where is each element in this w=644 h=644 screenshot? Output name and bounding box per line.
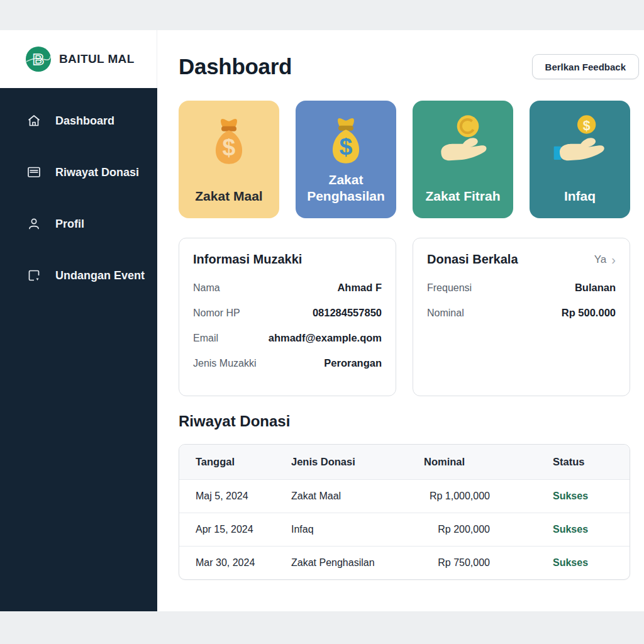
sidebar-nav: Dashboard Riwayat Donasi Profil [0,88,157,611]
donasi-berkala-card: Donasi Berkala Ya › Frequensi Bulanan No… [413,238,630,396]
history-title: Riwayat Donasi [179,413,630,430]
brand-header: B BAITUL MAL [0,30,157,88]
field-value: Ahmad F [337,282,382,294]
sidebar-item-undangan-event[interactable]: Undangan Event [0,262,157,289]
sidebar-item-label: Dashboard [55,114,114,128]
berkala-row-frequensi: Frequensi Bulanan [427,282,616,294]
page-title: Dashboard [179,54,292,79]
berkala-card-title: Donasi Berkala [427,252,518,267]
field-value: Perorangan [324,357,382,369]
table-row[interactable]: Apr 15, 2024 Infaq Rp 200,000 Sukses [179,513,630,546]
sidebar-item-label: Riwayat Donasi [55,166,139,179]
field-value: Rp 500.000 [562,307,616,319]
sidebar: B BAITUL MAL Dashboard Riwa [0,30,157,611]
field-label: Nama [193,282,220,294]
card-label: Zakat Fitrah [420,188,505,204]
svg-text:$: $ [223,134,236,160]
list-icon [26,165,42,180]
table-header-row: Tanggal Jenis Donasi Nominal Status [179,445,630,479]
brand-name: BAITUL MAL [59,52,135,66]
sidebar-item-label: Undangan Event [55,269,145,282]
card-label: Infaq [559,188,601,204]
field-label: Email [193,333,218,344]
status-badge: Sukses [553,524,630,535]
muzakki-row-nomor-hp: Nomor HP 081284557850 [193,307,382,319]
svg-text:$: $ [340,133,353,160]
field-label: Frequensi [427,282,472,294]
field-value: ahmadf@example.qom [269,332,382,344]
hand-coin-icon [433,112,493,172]
column-header-tanggal: Tanggal [179,456,291,468]
column-header-jenis: Jenis Donasi [291,456,424,468]
cell-tanggal: Apr 15, 2024 [179,524,291,535]
sidebar-item-label: Profil [55,218,84,231]
cell-tanggal: Mar 30, 2024 [179,557,291,569]
chevron-right-icon: › [611,253,616,266]
field-value: 081284557850 [313,307,382,319]
svg-text:$: $ [583,118,591,133]
field-label: Nominal [427,308,464,319]
baitul-mal-logo-icon: B [25,46,52,72]
column-header-status: Status [553,456,630,468]
event-icon [26,268,42,283]
cell-nominal: Rp 200,000 [424,524,553,535]
info-cards-row: Informasi Muzakki Nama Ahmad F Nomor HP … [179,238,630,396]
home-icon [26,113,42,128]
table-row[interactable]: Maj 5, 2024 Zakat Maal Rp 1,000,000 Suks… [179,479,630,513]
berkala-status-value: Ya [594,253,607,266]
feedback-button[interactable]: Berlkan Feedback [532,54,639,79]
sidebar-item-dashboard[interactable]: Dashboard [0,107,157,135]
field-label: Jenis Muzakki [193,358,256,369]
berkala-row-nominal: Nominal Rp 500.000 [427,307,616,319]
field-label: Nomor HP [193,308,240,319]
user-icon [26,216,42,231]
donation-history-section: Riwayat Donasi Tanggal Jenis Donasi Nomi… [179,413,630,580]
page-header: Dashboard Berlkan Feedback [179,54,639,79]
status-badge: Sukses [553,557,630,569]
cell-tanggal: Maj 5, 2024 [179,491,291,502]
card-zakat-maal[interactable]: $ Zakat Maal [179,101,279,218]
card-zakat-penghasilan[interactable]: $ Zakat Penghasilan [296,101,396,218]
muzakki-row-email: Email ahmadf@example.qom [193,332,382,344]
cell-jenis: Zakat Maal [291,491,424,502]
card-label: Zakat Maal [190,188,267,204]
app-window: B BAITUL MAL Dashboard Riwa [0,30,644,611]
category-cards-row: $ Zakat Maal $ Zakat Penghasilan [179,101,630,218]
table-row[interactable]: Mar 30, 2024 Zakat Penghasilan Rp 750,00… [179,546,630,579]
berkala-detail-link[interactable]: Ya › [594,253,616,266]
cell-nominal: Rp 1,000,000 [424,491,553,502]
muzakki-row-nama: Nama Ahmad F [193,282,382,294]
status-badge: Sukses [553,491,630,502]
card-infaq[interactable]: $ Infaq [530,101,630,218]
money-bag-icon: $ [199,112,259,172]
sidebar-item-profil[interactable]: Profil [0,210,157,238]
cell-jenis: Infaq [291,524,424,535]
muzakki-info-card: Informasi Muzakki Nama Ahmad F Nomor HP … [179,238,396,396]
cell-jenis: Zakat Penghasilan [291,557,424,569]
muzakki-row-jenis: Jenis Muzakki Perorangan [193,357,382,369]
sidebar-item-riwayat-donasi[interactable]: Riwayat Donasi [0,158,157,186]
main-content: Dashboard Berlkan Feedback $ Zakat Maal [157,30,644,611]
money-bag-icon: $ [316,111,376,172]
donation-history-table: Tanggal Jenis Donasi Nominal Status Maj … [179,444,630,580]
card-zakat-fitrah[interactable]: Zakat Fitrah [413,101,513,218]
card-label: Zakat Penghasilan [296,172,396,204]
hand-dollar-icon: $ [550,112,610,172]
muzakki-card-title: Informasi Muzakki [193,252,302,267]
cell-nominal: Rp 750,000 [424,557,553,569]
column-header-nominal: Nominal [424,456,553,468]
field-value: Bulanan [575,282,616,294]
